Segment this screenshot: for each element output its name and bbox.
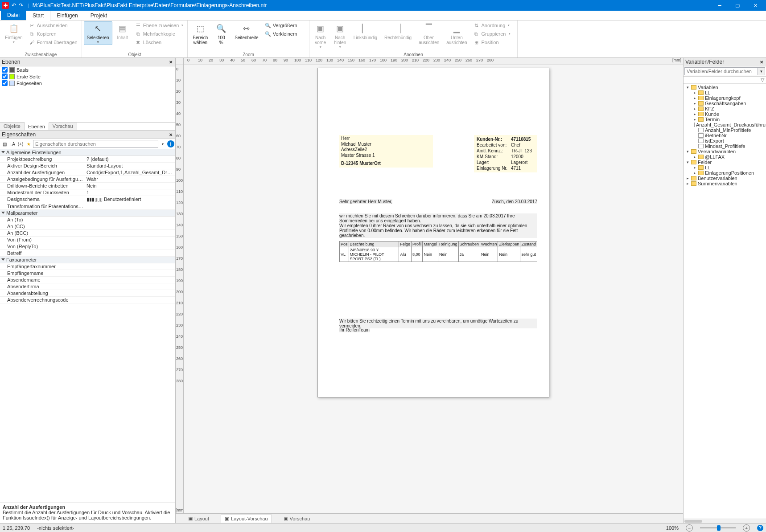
chevron-down-icon[interactable]: ▾ — [685, 149, 690, 154]
tree-folder[interactable]: ▸ @LLFAX — [684, 154, 766, 160]
layer-item[interactable]: Erste Seite — [0, 73, 175, 80]
dropdown-icon[interactable]: ▼ — [758, 67, 765, 75]
body-text-1[interactable]: wir möchten Sie mit diesem Schreiben dar… — [339, 213, 537, 238]
property-row[interactable]: Aktiver Design-BereichStandard-Layout — [0, 163, 175, 169]
chevron-right-icon[interactable]: ▸ — [692, 101, 697, 106]
tree-folder[interactable]: ▸ Geschäftsangaben — [684, 101, 766, 106]
assign-layer-button[interactable]: ☰Ebene zuweisen▾ — [133, 21, 186, 29]
property-row[interactable]: Empfängername — [0, 270, 175, 277]
date-line[interactable]: Züsch, den 20.03.2017 — [492, 199, 537, 204]
chevron-right-icon[interactable]: ▸ — [692, 90, 697, 95]
layer-item[interactable]: Basis — [0, 66, 175, 73]
property-category[interactable]: Mailparameter — [0, 210, 175, 217]
chevron-down-icon[interactable]: ▾ — [685, 160, 690, 164]
property-row[interactable]: Transformation für Präsentationsmodus — [0, 203, 175, 210]
copy-button[interactable]: ⧉Kopieren — [26, 30, 79, 38]
zoom-in-button[interactable]: 🔍Vergrößern — [263, 21, 307, 29]
view-tab-layout-preview[interactable]: ▣Layout-Vorschau — [221, 515, 272, 523]
tree-folder[interactable]: ▸ Termin — [684, 117, 766, 122]
tree-leaf[interactable]: Anzahl_MinProfiltiefe — [684, 127, 766, 133]
chevron-right-icon[interactable]: ▸ — [692, 117, 697, 122]
tree-folder[interactable]: ▸ Kunde — [684, 111, 766, 117]
cut-button[interactable]: ✂Ausschneiden — [26, 21, 79, 29]
chevron-right-icon[interactable]: ▸ — [692, 112, 697, 116]
property-row[interactable]: An (BCC) — [0, 230, 175, 237]
view-tab-preview[interactable]: ▣Vorschau — [280, 515, 314, 522]
property-row[interactable]: An (CC) — [0, 223, 175, 230]
tree-folder[interactable]: ▾ Versandvariablen — [684, 149, 766, 154]
tree-folder[interactable]: ▸ Summenvariablen — [684, 181, 766, 186]
chevron-right-icon[interactable]: ▸ — [692, 155, 697, 159]
property-row[interactable]: Absenderverrechnungscode — [0, 297, 175, 303]
undo-icon[interactable]: ↶ — [12, 2, 16, 8]
close-icon[interactable]: ✕ — [168, 132, 173, 137]
closing[interactable]: Ihr ReifenTeam — [339, 327, 370, 332]
property-row[interactable]: Drilldown-Berichte einbettenNein — [0, 183, 175, 189]
layer-visible-checkbox[interactable] — [2, 67, 8, 73]
content-button[interactable]: ▤ Inhalt — [113, 21, 132, 41]
minimize-button[interactable]: ━ — [711, 0, 729, 11]
info-icon[interactable]: i — [167, 140, 174, 147]
multicopy-button[interactable]: ⧉Mehrfachkopie — [133, 30, 186, 38]
tab-objects[interactable]: Objekte — [0, 123, 25, 130]
format-painter-button[interactable]: 🖌Format übertragen — [26, 38, 79, 46]
chevron-right-icon[interactable]: ▸ — [692, 96, 697, 100]
property-row[interactable]: Projektbeschreibung? (default) — [0, 156, 175, 163]
tree-leaf[interactable]: istExport — [684, 138, 766, 143]
layer-visible-checkbox[interactable] — [2, 80, 8, 86]
zoom-out-button[interactable]: 🔍Verkleinern — [263, 30, 307, 38]
tab-file[interactable]: Datei — [1, 10, 26, 20]
property-row[interactable]: Mindestzahl der Druckseiten1 — [0, 189, 175, 196]
position-button[interactable]: ⊞Position — [471, 38, 515, 46]
close-icon[interactable]: ✕ — [168, 60, 173, 65]
property-row[interactable]: Absenderfirma — [0, 283, 175, 290]
properties-search-input[interactable] — [33, 140, 158, 148]
align-bottom-button[interactable]: ▁Unten ausrichten — [443, 21, 470, 46]
align-left-button[interactable]: ▏Linksbündig — [350, 21, 380, 41]
tree-folder[interactable]: ▾ Felder — [684, 160, 766, 165]
property-row[interactable]: Von (From) — [0, 237, 175, 243]
property-row[interactable]: Absendername — [0, 277, 175, 283]
zoom-out-button[interactable]: − — [686, 524, 693, 532]
tree-folder[interactable]: ▸ KFZ — [684, 106, 766, 111]
zoom-slider[interactable] — [700, 527, 736, 528]
property-row[interactable]: Anzahl der AusfertigungenCond(istExport,… — [0, 169, 175, 176]
zoom-100-button[interactable]: 🔍 100 % — [212, 21, 231, 46]
align-top-button[interactable]: ▔Oben ausrichten — [416, 21, 442, 46]
arrangement-button[interactable]: ⇅Anordnung▾ — [471, 21, 515, 29]
maximize-button[interactable]: ▢ — [729, 0, 746, 11]
property-row[interactable]: Von (ReplyTo) — [0, 243, 175, 250]
tree-folder[interactable]: ▸ Einlagerungkopf — [684, 95, 766, 101]
property-row[interactable]: An (To) — [0, 217, 175, 223]
property-category[interactable]: Faxparameter — [0, 257, 175, 263]
items-table[interactable]: PosBeschreibungFelgeProfilMängelReinigun… — [339, 241, 537, 262]
chevron-right-icon[interactable]: ▸ — [685, 181, 690, 186]
tree-folder[interactable]: ▾ Variablen — [684, 85, 766, 90]
chevron-right-icon[interactable]: ▸ — [692, 106, 697, 111]
bring-forward-button[interactable]: ▣Nach vorne▼ — [311, 21, 330, 50]
chevron-right-icon[interactable]: ▸ — [692, 165, 697, 170]
layer-visible-checkbox[interactable] — [2, 74, 8, 79]
property-row[interactable]: Absenderabteilung — [0, 290, 175, 297]
tab-preview-small[interactable]: Vorschau — [49, 123, 77, 130]
categorize-icon[interactable]: ▤ — [1, 140, 8, 147]
page-preview[interactable]: Herr Michael Muster AdressZeile2 Muster … — [317, 68, 549, 397]
tree-folder[interactable]: ▸ Benutzervariablen — [684, 176, 766, 181]
dropdown-icon[interactable]: ▼ — [159, 140, 166, 147]
tree-leaf[interactable]: Mindest_Profiltiefe — [684, 143, 766, 149]
select-button[interactable]: ↖ Selektieren ▼ — [84, 21, 112, 45]
variables-search-input[interactable] — [684, 67, 758, 75]
layer-item[interactable]: Folgeseiten — [0, 80, 175, 86]
delete-button[interactable]: ✖Löschen — [133, 38, 186, 46]
chevron-right-icon[interactable]: ▸ — [692, 171, 697, 175]
info-block[interactable]: Kunden-Nr.:47110815Bearbeitet von:ChefAm… — [474, 135, 537, 172]
page-width-button[interactable]: ⇿ Seitenbreite — [231, 21, 261, 41]
tree-leaf[interactable]: Anzahl_Gesamt_Druckausführung — [684, 122, 766, 127]
tab-start[interactable]: Start — [26, 11, 50, 20]
star-icon[interactable]: ★ — [25, 140, 32, 147]
salutation[interactable]: Sehr geehrter Herr Muster, — [339, 199, 392, 204]
expand-icon[interactable]: (+) — [17, 140, 24, 147]
property-row[interactable]: Empfängerfaxnummer — [0, 263, 175, 270]
tab-layers[interactable]: Ebenen — [25, 122, 49, 130]
tree-folder[interactable]: ▸ EinlagerungPositionen — [684, 170, 766, 176]
